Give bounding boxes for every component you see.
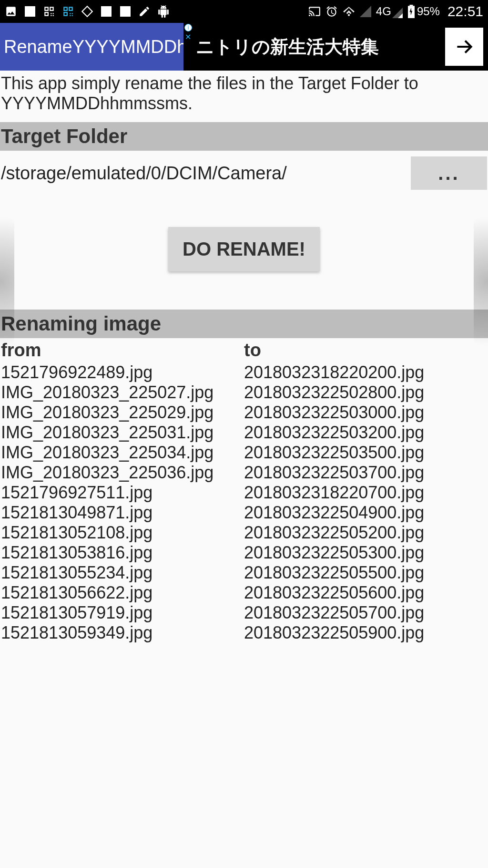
column-to: to 2018032318220200.jpg2018032322502800.… — [244, 338, 488, 643]
svg-rect-1 — [82, 6, 92, 16]
wifi-icon — [343, 5, 355, 18]
svg-rect-2 — [101, 6, 112, 17]
list-item: 1521813057919.jpg — [1, 603, 244, 623]
qr-blue-icon — [62, 5, 74, 18]
description: This app simply rename the files in the … — [0, 71, 488, 122]
status-right: 4G 95% 22:51 — [308, 3, 483, 20]
ad-close-icon[interactable]: ✕ — [183, 32, 192, 41]
folder-path: /storage/emulated/0/DCIM/Camera/ — [1, 163, 406, 184]
square-icon — [24, 5, 36, 18]
list-item: 2018032322504900.jpg — [244, 503, 488, 523]
app-title: RenameYYYYMMDDhhmmssms — [0, 23, 183, 71]
battery: 95% — [407, 5, 440, 18]
network-label: 4G — [376, 5, 391, 18]
edit-icon — [138, 5, 151, 18]
list-item: 2018032322503700.jpg — [244, 463, 488, 483]
list-item: 2018032322505200.jpg — [244, 523, 488, 543]
ad-info-icon[interactable]: i — [184, 24, 192, 31]
signal-icon — [392, 8, 403, 18]
list-item: 2018032318220200.jpg — [244, 362, 488, 382]
list-item: IMG_20180323_225029.jpg — [1, 403, 244, 423]
file-columns: from 1521796922489.jpgIMG_20180323_22502… — [0, 338, 488, 643]
rotate-icon — [81, 5, 93, 18]
qr-icon — [43, 5, 55, 18]
list-item: 1521796927511.jpg — [1, 483, 244, 503]
ad-banner[interactable]: i ✕ ニトリの新生活大特集 — [183, 23, 488, 71]
list-item: 1521813049871.jpg — [1, 503, 244, 523]
square2-icon — [100, 5, 112, 18]
clock: 22:51 — [447, 3, 483, 20]
list-item: 2018032322505900.jpg — [244, 623, 488, 643]
list-item: 2018032322505500.jpg — [244, 563, 488, 583]
browse-button[interactable]: ... — [411, 156, 487, 190]
list-item: IMG_20180323_225027.jpg — [1, 382, 244, 403]
list-item: 1521813053816.jpg — [1, 543, 244, 563]
section-renaming-image: Renaming image — [0, 310, 488, 338]
list-item: 2018032322505700.jpg — [244, 603, 488, 623]
battery-pct: 95% — [417, 5, 440, 18]
svg-rect-3 — [120, 6, 131, 17]
section-target-folder: Target Folder — [0, 122, 488, 151]
svg-rect-5 — [409, 5, 413, 6]
list-item: 2018032322502800.jpg — [244, 382, 488, 403]
column-from-header: from — [0, 338, 244, 362]
list-item: IMG_20180323_225031.jpg — [1, 423, 244, 443]
alarm-icon — [325, 5, 338, 18]
list-item: 1521813056622.jpg — [1, 583, 244, 603]
image-icon — [5, 5, 17, 18]
android-icon — [157, 5, 170, 18]
square3-icon — [119, 5, 132, 18]
status-bar: 4G 95% 22:51 — [0, 0, 488, 23]
arrow-right-icon — [452, 35, 476, 59]
list-item: IMG_20180323_225036.jpg — [1, 463, 244, 483]
list-item: 1521796922489.jpg — [1, 362, 244, 382]
list-item: IMG_20180323_225034.jpg — [1, 443, 244, 463]
column-to-header: to — [244, 338, 488, 362]
svg-rect-0 — [25, 6, 35, 17]
column-from: from 1521796922489.jpgIMG_20180323_22502… — [0, 338, 244, 643]
list-item: 2018032322505300.jpg — [244, 543, 488, 563]
list-item: 2018032322505600.jpg — [244, 583, 488, 603]
folder-row: /storage/emulated/0/DCIM/Camera/ ... — [0, 151, 488, 194]
to-list: 2018032318220200.jpg2018032322502800.jpg… — [244, 362, 488, 643]
ad-arrow-button[interactable] — [445, 28, 483, 66]
do-rename-button[interactable]: DO RENAME! — [168, 227, 320, 271]
list-item: 2018032322503200.jpg — [244, 423, 488, 443]
from-list: 1521796922489.jpgIMG_20180323_225027.jpg… — [0, 362, 244, 643]
battery-icon — [407, 5, 415, 18]
network-4g: 4G — [376, 5, 403, 18]
status-left — [5, 5, 170, 18]
ad-text: ニトリの新生活大特集 — [196, 35, 379, 59]
list-item: 1521813059349.jpg — [1, 623, 244, 643]
list-item: 1521813055234.jpg — [1, 563, 244, 583]
list-item: 1521813052108.jpg — [1, 523, 244, 543]
list-item: 2018032322503000.jpg — [244, 403, 488, 423]
header-row: RenameYYYYMMDDhhmmssms i ✕ ニトリの新生活大特集 — [0, 23, 488, 71]
cast-icon — [308, 5, 321, 18]
list-item: 2018032318220700.jpg — [244, 483, 488, 503]
list-item: 2018032322503500.jpg — [244, 443, 488, 463]
signal-empty-icon — [360, 6, 371, 17]
action-row: DO RENAME! — [0, 194, 488, 310]
ad-badge: i ✕ — [183, 23, 192, 41]
